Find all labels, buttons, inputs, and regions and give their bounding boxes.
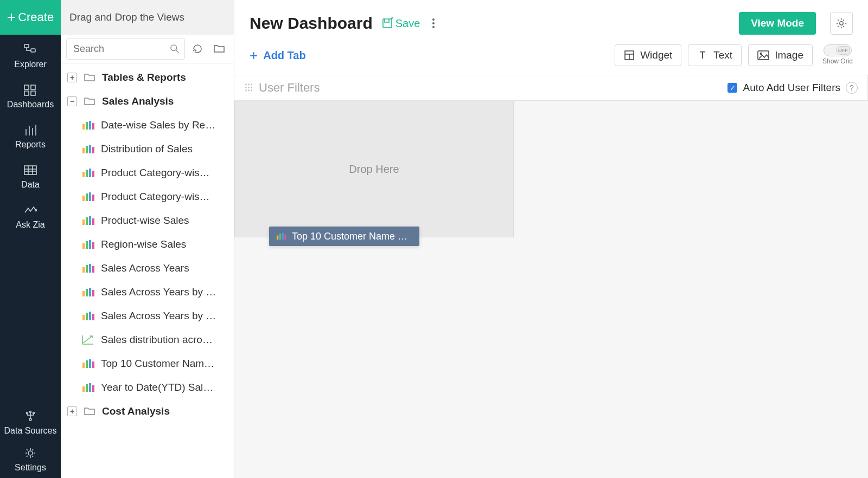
tree-report[interactable]: Sales Across Years [61,256,234,280]
collapse-icon[interactable]: − [67,96,77,106]
svg-rect-69 [86,384,88,392]
svg-point-74 [432,22,435,24]
more-button[interactable] [429,15,438,31]
svg-rect-5 [31,91,35,95]
report-label: Distribution of Sales [101,143,193,155]
rail-item-dashboards[interactable]: Dashboards [0,75,61,115]
tree-report[interactable]: Sales distribution acro… [61,328,234,352]
report-label: Product Category-wis… [101,167,210,179]
dragging-report-chip[interactable]: Top 10 Customer Name b… [269,227,419,246]
user-filters-label: User Filters [259,81,320,95]
rail-item-settings[interactable]: Settings [2,441,59,478]
svg-rect-0 [24,44,29,48]
chart-icon [81,263,94,274]
chart-icon [81,191,94,202]
rail-item-explorer[interactable]: Explorer [0,35,61,75]
rail-item-data[interactable]: Data [0,155,61,195]
tree-folder[interactable]: + Cost Analysis [61,399,234,423]
drop-zone[interactable]: Drop Here [234,101,514,237]
main-area: New Dashboard Save View Mode + Add Tab [234,0,868,478]
help-icon[interactable]: ? [846,82,858,94]
rail-label: Ask Zia [16,220,44,230]
rail-item-data-sources[interactable]: Data Sources [2,404,59,441]
svg-rect-85 [282,233,284,240]
svg-rect-60 [82,315,85,320]
add-tab-button[interactable]: + Add Tab [250,47,306,64]
image-icon [757,50,769,60]
search-box [66,38,185,60]
rail-item-reports[interactable]: Reports [0,115,61,155]
svg-rect-33 [86,146,88,153]
folder-icon [84,73,95,82]
svg-rect-42 [89,192,91,201]
drop-here-label: Drop Here [349,163,399,176]
save-icon [381,17,393,29]
search-icon[interactable] [170,44,180,54]
svg-rect-56 [82,291,85,296]
tree-report[interactable]: Product Category-wis… [61,161,234,185]
add-tab-label: Add Tab [263,49,306,62]
create-label: Create [18,10,54,24]
rail-label: Explorer [14,60,47,69]
svg-rect-46 [89,216,91,225]
svg-rect-64 [82,363,85,368]
tree-folder[interactable]: − Sales Analysis [61,89,234,113]
svg-rect-28 [82,124,85,130]
rail-label: Data [21,180,40,190]
gear-icon [835,17,847,29]
svg-rect-58 [89,288,91,296]
tree-report[interactable]: Top 10 Customer Nam… [61,352,234,376]
image-button[interactable]: Image [748,44,813,66]
widget-icon [624,50,635,61]
expand-icon[interactable]: + [67,73,77,82]
save-label: Save [395,17,420,30]
report-label: Sales distribution acro… [101,334,213,346]
svg-rect-70 [89,383,91,392]
refresh-button[interactable] [188,40,207,58]
more-vertical-icon [432,17,435,29]
tree-report[interactable]: Distribution of Sales [61,137,234,161]
svg-rect-54 [89,264,91,273]
data-icon [23,164,38,177]
search-input[interactable] [66,38,185,60]
folder-label: Cost Analysis [102,405,170,417]
tree-report[interactable]: Sales Across Years by … [61,280,234,304]
show-grid-toggle[interactable]: OFF [824,44,852,56]
svg-rect-55 [92,266,94,273]
new-folder-button[interactable] [210,40,228,58]
widget-button[interactable]: Widget [615,44,681,66]
report-label: Product Category-wis… [101,191,210,203]
report-label: Product-wise Sales [101,215,189,227]
rail-item-ask-zia[interactable]: Ask Zia [0,195,61,235]
tree-report[interactable]: Date-wise Sales by Re… [61,113,234,137]
svg-rect-61 [86,313,88,320]
svg-rect-45 [86,217,88,225]
report-label: Sales Across Years by … [101,310,216,322]
tree-report[interactable]: Product Category-wis… [61,185,234,209]
report-label: Top 10 Customer Nam… [101,358,214,370]
tree-folder[interactable]: + Tables & Reports [61,66,234,89]
svg-rect-38 [89,169,91,177]
text-icon: T [697,50,708,61]
toggle-knob: OFF [836,46,850,55]
save-button[interactable]: Save [381,17,420,30]
view-mode-button[interactable]: View Mode [739,12,816,35]
create-button[interactable]: + Create [0,0,61,35]
chart-icon [276,232,286,241]
dashboard-canvas[interactable]: Drop Here Top 10 Customer Name b… [234,101,868,478]
tree-report[interactable]: Region-wise Sales [61,232,234,256]
tree-report[interactable]: Sales Across Years by … [61,304,234,328]
tree-report[interactable]: Product-wise Sales [61,209,234,232]
svg-point-76 [840,22,843,25]
svg-rect-1 [31,49,35,52]
auto-add-filters-checkbox[interactable]: ✓ [727,83,737,93]
expand-icon[interactable]: + [67,406,77,416]
svg-rect-4 [24,91,29,95]
user-filters-bar[interactable]: ⁝⁝⁝ User Filters ✓ Auto Add User Filters… [234,75,868,101]
drag-handle-icon[interactable]: ⁝⁝⁝ [244,81,252,95]
dashboard-settings-button[interactable] [830,12,853,35]
svg-rect-66 [89,359,91,368]
tree-report[interactable]: Year to Date(YTD) Sal… [61,376,234,399]
text-button[interactable]: T Text [688,44,742,66]
svg-line-27 [176,50,179,53]
